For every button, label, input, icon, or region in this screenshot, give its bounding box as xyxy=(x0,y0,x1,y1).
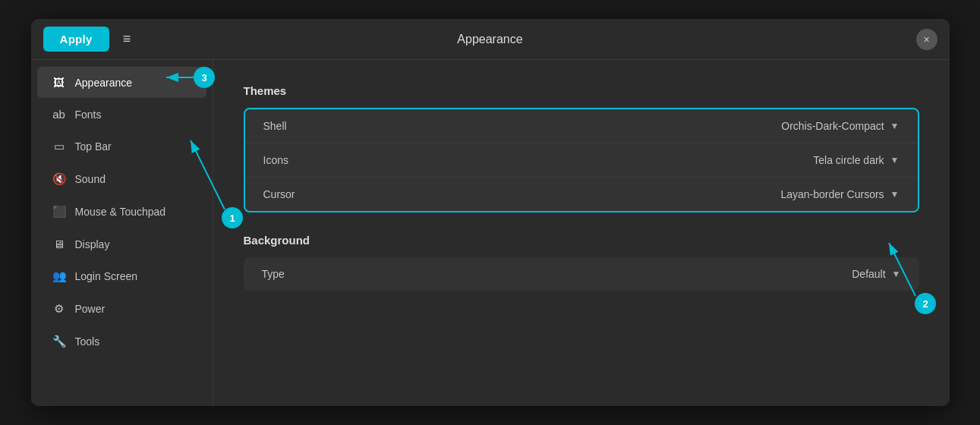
background-card: Type Default ▼ xyxy=(244,257,919,291)
sidebar-item-tools[interactable]: 🔧Tools xyxy=(37,326,206,357)
themes-section-title: Themes xyxy=(244,84,919,97)
icons-label: Icons xyxy=(263,154,814,166)
sidebar: 🖼AppearanceabFonts▭Top Bar🔇Sound⬛Mouse &… xyxy=(31,60,213,406)
sidebar-item-fonts[interactable]: abFonts xyxy=(37,99,206,130)
icons-value-text: Tela circle dark xyxy=(813,154,884,166)
icons-dropdown-arrow[interactable]: ▼ xyxy=(890,155,900,165)
main-content: 🖼AppearanceabFonts▭Top Bar🔇Sound⬛Mouse &… xyxy=(31,60,950,406)
shell-dropdown-arrow[interactable]: ▼ xyxy=(890,121,900,131)
window-title: Appearance xyxy=(457,33,522,46)
sidebar-item-power[interactable]: ⚙Power xyxy=(37,293,206,325)
titlebar: Apply ≡ Appearance × xyxy=(31,19,950,60)
app-window: Apply ≡ Appearance × 🖼AppearanceabFonts▭… xyxy=(31,19,950,406)
shell-label: Shell xyxy=(263,120,782,132)
titlebar-left: Apply ≡ xyxy=(43,27,136,52)
cursor-value: Layan-border Cursors ▼ xyxy=(780,188,899,200)
icons-value: Tela circle dark ▼ xyxy=(813,154,899,166)
sidebar-item-label-display: Display xyxy=(75,238,110,250)
fonts-icon: ab xyxy=(52,108,66,121)
close-button[interactable]: × xyxy=(916,29,937,50)
content-area: Themes Shell Orchis-Dark-Compact ▼ Icons… xyxy=(213,60,950,406)
sidebar-item-label-power: Power xyxy=(75,303,106,315)
type-dropdown-arrow[interactable]: ▼ xyxy=(892,269,901,279)
sidebar-item-label-topbar: Top Bar xyxy=(75,140,112,153)
type-value: Default ▼ xyxy=(852,268,900,280)
tools-icon: 🔧 xyxy=(52,335,66,348)
titlebar-right: × xyxy=(916,29,937,50)
table-row: Icons Tela circle dark ▼ xyxy=(245,143,918,178)
sidebar-item-label-appearance: Appearance xyxy=(75,77,133,89)
shell-value: Orchis-Dark-Compact ▼ xyxy=(781,120,899,132)
display-icon: 🖥 xyxy=(52,238,66,250)
table-row: Type Default ▼ xyxy=(244,257,919,291)
hamburger-icon[interactable]: ≡ xyxy=(118,28,136,50)
cursor-value-text: Layan-border Cursors xyxy=(780,188,884,200)
topbar-icon: ▭ xyxy=(52,140,66,153)
sidebar-item-display[interactable]: 🖥Display xyxy=(37,228,206,260)
sidebar-item-topbar[interactable]: ▭Top Bar xyxy=(37,131,206,162)
sidebar-item-label-tools: Tools xyxy=(75,335,100,348)
login-icon: 👥 xyxy=(52,269,66,283)
sidebar-item-mouse[interactable]: ⬛Mouse & Touchpad xyxy=(37,196,206,228)
cursor-label: Cursor xyxy=(263,188,781,200)
table-row: Cursor Layan-border Cursors ▼ xyxy=(245,178,918,211)
sidebar-item-label-mouse: Mouse & Touchpad xyxy=(75,206,166,218)
apply-button[interactable]: Apply xyxy=(43,27,109,52)
sidebar-item-sound[interactable]: 🔇Sound xyxy=(37,163,206,195)
sidebar-item-login[interactable]: 👥Login Screen xyxy=(37,260,206,292)
shell-value-text: Orchis-Dark-Compact xyxy=(781,120,884,132)
background-section-title: Background xyxy=(244,234,919,247)
power-icon: ⚙ xyxy=(52,302,66,316)
sidebar-item-label-login: Login Screen xyxy=(75,270,138,282)
mouse-icon: ⬛ xyxy=(52,205,66,219)
type-label: Type xyxy=(262,268,852,280)
cursor-dropdown-arrow[interactable]: ▼ xyxy=(890,189,900,200)
sidebar-item-appearance[interactable]: 🖼Appearance xyxy=(37,67,206,98)
sound-icon: 🔇 xyxy=(52,172,66,186)
themes-card: Shell Orchis-Dark-Compact ▼ Icons Tela c… xyxy=(244,108,919,212)
type-value-text: Default xyxy=(852,268,885,280)
sidebar-item-label-sound: Sound xyxy=(75,173,106,185)
appearance-icon: 🖼 xyxy=(52,76,66,89)
table-row: Shell Orchis-Dark-Compact ▼ xyxy=(245,109,918,143)
sidebar-item-label-fonts: Fonts xyxy=(75,109,102,121)
